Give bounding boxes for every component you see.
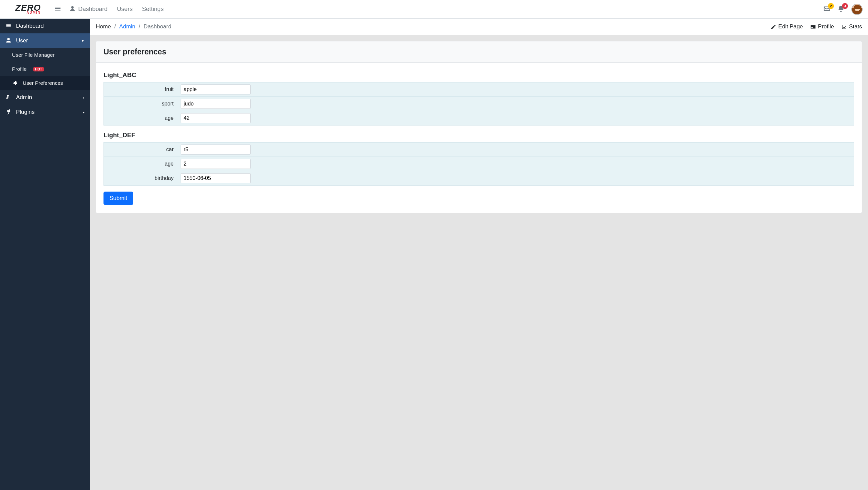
field-label: age [104, 157, 177, 171]
content: User preferences Light_ABC fruit sport [90, 35, 868, 219]
prefs-table: fruit sport age [103, 82, 854, 125]
field-label: car [104, 143, 177, 157]
sidebar-item-label: User [16, 37, 28, 44]
avatar[interactable] [851, 4, 863, 15]
section-light-abc: Light_ABC fruit sport age [103, 71, 854, 125]
section-title: Light_ABC [103, 71, 854, 79]
topnav-item-label: Dashboard [78, 6, 107, 13]
top-nav: Dashboard Users Settings [69, 6, 163, 13]
birthday-input[interactable] [181, 173, 251, 183]
car-input[interactable] [181, 145, 251, 155]
user-icon [69, 6, 75, 13]
table-row: car [104, 143, 854, 157]
sidebar-item-label: Dashboard [16, 23, 44, 29]
mail-badge: 2 [828, 3, 834, 9]
plug-icon [5, 109, 11, 116]
topnav-item-label: Users [117, 6, 132, 13]
main: Home / Admin / Dashboard Edit Page Profi… [90, 19, 868, 490]
sidebar-item-label: Profile [12, 66, 27, 72]
prefs-table: car age birthday [103, 142, 854, 186]
sidebar-item-label: Admin [16, 94, 32, 101]
breadcrumb: Home / Admin / Dashboard Edit Page Profi… [90, 19, 868, 35]
sidebar-item-user[interactable]: User ▼ [0, 33, 90, 48]
chevron-down-icon: ▼ [81, 39, 85, 43]
topnav-dashboard[interactable]: Dashboard [69, 6, 107, 13]
breadcrumb-home[interactable]: Home [96, 23, 111, 30]
profile-link[interactable]: Profile [810, 23, 834, 30]
section-light-def: Light_DEF car age birthday [103, 131, 854, 186]
topbar: ZERO ADMIN Dashboard Users Settings 2 3 [0, 0, 868, 19]
age-input[interactable] [181, 113, 251, 123]
table-row: sport [104, 97, 854, 111]
edit-icon [771, 24, 776, 30]
sidebar-item-plugins[interactable]: Plugins ▸ [0, 105, 90, 120]
brand-logo[interactable]: ZERO ADMIN [16, 4, 41, 14]
sidebar: Dashboard User ▼ User File Manager Profi… [0, 19, 90, 490]
user-icon [5, 37, 11, 44]
header-actions: Edit Page Profile Stats [771, 23, 862, 30]
menu-toggle-icon[interactable] [54, 5, 61, 14]
section-title: Light_DEF [103, 131, 854, 139]
hot-badge: HOT [33, 67, 44, 71]
brand-sub: ADMIN [26, 11, 41, 14]
action-label: Edit Page [778, 23, 803, 30]
action-label: Stats [849, 23, 862, 30]
topnav-item-label: Settings [142, 6, 163, 13]
field-label: sport [104, 97, 177, 111]
id-card-icon [810, 24, 816, 30]
table-row: fruit [104, 83, 854, 97]
bars-icon [5, 23, 11, 29]
chart-icon [841, 24, 847, 30]
sidebar-item-dashboard[interactable]: Dashboard [0, 19, 90, 33]
chevron-right-icon: ▸ [83, 96, 85, 99]
sidebar-item-label: User Preferences [23, 80, 63, 86]
sidebar-sub-preferences[interactable]: ✱ User Preferences [0, 76, 90, 90]
sidebar-item-admin[interactable]: Admin ▸ [0, 90, 90, 105]
table-row: age [104, 157, 854, 171]
sidebar-item-label: Plugins [16, 109, 35, 116]
field-label: fruit [104, 83, 177, 97]
asterisk-icon: ✱ [12, 80, 18, 86]
card-header: User preferences [96, 41, 862, 63]
sidebar-sub-file-manager[interactable]: User File Manager [0, 48, 90, 62]
topnav-settings[interactable]: Settings [142, 6, 163, 13]
fruit-input[interactable] [181, 85, 251, 94]
sport-input[interactable] [181, 99, 251, 109]
mail-button[interactable]: 2 [823, 5, 831, 14]
user-preferences-card: User preferences Light_ABC fruit sport [96, 41, 862, 213]
brand-main: ZERO [16, 4, 41, 11]
topnav-users[interactable]: Users [117, 6, 132, 13]
sidebar-user-submenu: User File Manager Profile HOT ✱ User Pre… [0, 48, 90, 90]
submit-button[interactable]: Submit [103, 192, 133, 205]
stats-link[interactable]: Stats [841, 23, 862, 30]
breadcrumb-current: Dashboard [144, 23, 171, 30]
notifications-button[interactable]: 3 [837, 5, 845, 14]
breadcrumb-sep: / [114, 23, 116, 30]
breadcrumb-admin[interactable]: Admin [119, 23, 135, 30]
user-gear-icon [5, 94, 11, 101]
alert-badge: 3 [842, 3, 848, 9]
field-label: age [104, 111, 177, 125]
card-title: User preferences [103, 48, 854, 56]
age-input-2[interactable] [181, 159, 251, 169]
action-label: Profile [818, 23, 834, 30]
chevron-right-icon: ▸ [83, 111, 85, 114]
card-body: Light_ABC fruit sport age [96, 63, 862, 213]
topbar-right: 2 3 [823, 4, 863, 15]
breadcrumb-sep: / [138, 23, 140, 30]
field-label: birthday [104, 171, 177, 186]
table-row: age [104, 111, 854, 125]
sidebar-item-label: User File Manager [12, 52, 55, 58]
edit-page-link[interactable]: Edit Page [771, 23, 803, 30]
table-row: birthday [104, 171, 854, 186]
sidebar-sub-profile[interactable]: Profile HOT [0, 62, 90, 76]
